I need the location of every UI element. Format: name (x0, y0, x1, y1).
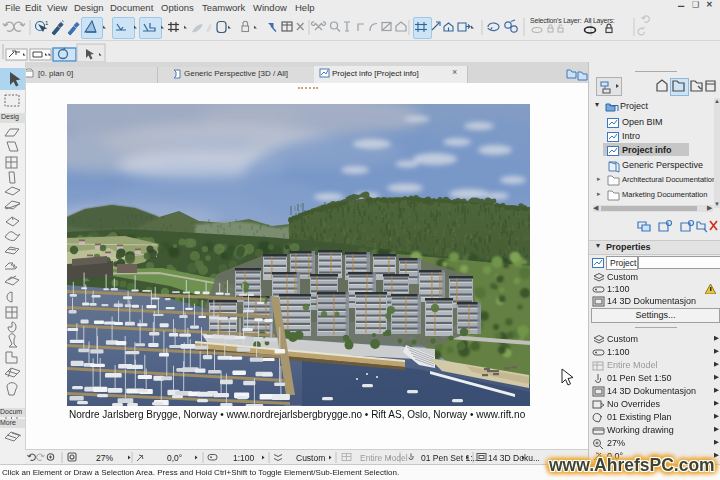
svg-text:1: 1 (45, 20, 49, 26)
